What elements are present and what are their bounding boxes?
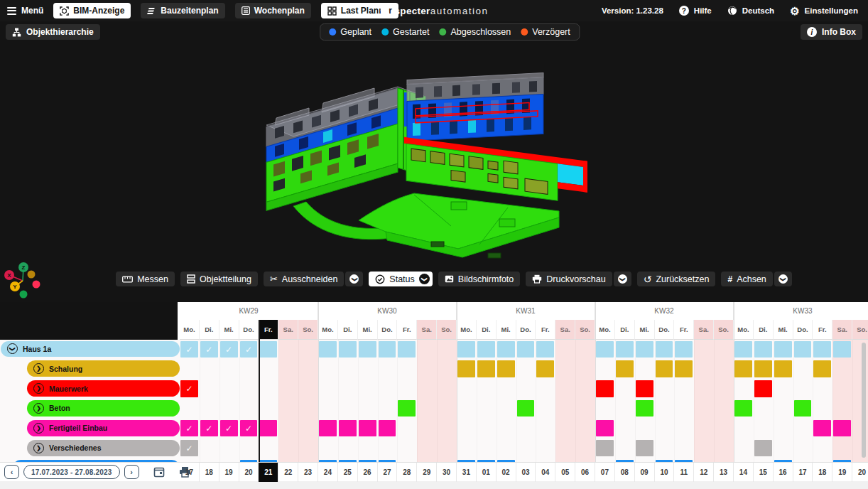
- gantt-cell[interactable]: [754, 440, 772, 456]
- gantt-cell[interactable]: [497, 360, 515, 377]
- gantt-cell[interactable]: [339, 420, 357, 436]
- tool-button-bildschirmfoto[interactable]: Bildschirmfoto: [438, 272, 521, 286]
- gantt-cell[interactable]: [359, 341, 376, 358]
- gantt-cell[interactable]: [477, 360, 495, 377]
- gantt-cell[interactable]: [339, 341, 357, 358]
- help-button[interactable]: ? Hilfe: [679, 6, 712, 16]
- gantt-cell[interactable]: [734, 341, 752, 358]
- tab-wochenplan[interactable]: Wochenplan: [235, 3, 311, 18]
- gantt-cell[interactable]: [794, 341, 812, 358]
- gantt-cell[interactable]: [259, 420, 277, 436]
- gantt-cell[interactable]: [774, 360, 792, 377]
- gantt-cell[interactable]: [319, 341, 337, 358]
- gantt-cell[interactable]: [616, 341, 634, 358]
- tool-button-zurcksetzen[interactable]: ↺Zurücksetzen: [637, 272, 716, 286]
- tool-dropdown-ausschneiden[interactable]: ❯: [345, 272, 363, 286]
- gantt-cell[interactable]: ✓: [180, 341, 198, 358]
- date-range-field[interactable]: 17.07.2023 - 27.08.2023: [23, 465, 120, 479]
- info-box-button[interactable]: i Info Box: [801, 24, 862, 40]
- chevron-right-icon[interactable]: ❯: [33, 443, 44, 453]
- gantt-cell[interactable]: [536, 360, 554, 377]
- gantt-cell[interactable]: [754, 341, 772, 358]
- gantt-cell[interactable]: ✓: [180, 420, 198, 436]
- gantt-cell[interactable]: [596, 420, 614, 436]
- gantt-cell[interactable]: [536, 341, 554, 358]
- chevron-right-icon[interactable]: ❯: [33, 383, 44, 394]
- task-pill-fertigteil-einbau[interactable]: ❯Fertigteil Einbau: [27, 420, 180, 436]
- gantt-cell[interactable]: [596, 341, 614, 358]
- task-pill-mauerwerk[interactable]: ❯Mauerwerk: [27, 380, 180, 397]
- gantt-cell[interactable]: [754, 380, 772, 397]
- next-period-button[interactable]: ›: [124, 465, 139, 479]
- gantt-cell[interactable]: [517, 400, 535, 417]
- gantt-cell[interactable]: [477, 341, 495, 358]
- chevron-right-icon[interactable]: ❯: [33, 423, 44, 434]
- gantt-cell[interactable]: [596, 440, 614, 456]
- gantt-cell[interactable]: [675, 360, 693, 377]
- gantt-cell[interactable]: ✓: [180, 440, 198, 456]
- gantt-cell[interactable]: [774, 341, 792, 358]
- gantt-cell[interactable]: [813, 360, 831, 377]
- gantt-cell[interactable]: [398, 341, 416, 358]
- chevron-down-icon[interactable]: ❯: [419, 274, 430, 284]
- gantt-cell[interactable]: [636, 440, 653, 456]
- menu-button[interactable]: Menü: [7, 6, 43, 16]
- object-hierarchy-button[interactable]: Objekthierarchie: [6, 24, 100, 40]
- gantt-cell[interactable]: [734, 400, 752, 417]
- gantt-cell[interactable]: [457, 360, 475, 377]
- tool-button-ausschneiden[interactable]: ✂Ausschneiden: [264, 272, 344, 286]
- bim-3d-viewport[interactable]: Objekthierarchie GeplantGestartetAbgesch…: [0, 21, 868, 302]
- tool-dropdown-druckvorschau[interactable]: ❯: [614, 272, 631, 286]
- gantt-cell[interactable]: ✓: [240, 420, 258, 436]
- gantt-cell[interactable]: ✓: [200, 420, 218, 436]
- tool-button-achsen[interactable]: #Achsen: [721, 272, 772, 286]
- tool-button-druckvorschau[interactable]: Druckvorschau: [526, 272, 612, 286]
- calendar-button[interactable]: [153, 466, 165, 478]
- horizontal-scrollbar-track[interactable]: [0, 481, 868, 489]
- gantt-cell[interactable]: [656, 360, 673, 377]
- gantt-cell[interactable]: [379, 420, 396, 436]
- gantt-cell[interactable]: [636, 400, 653, 417]
- gantt-cell[interactable]: ✓: [240, 341, 258, 358]
- task-pill-haus-1a[interactable]: ❯Haus 1a: [1, 341, 180, 358]
- gantt-cell[interactable]: [734, 360, 752, 377]
- vertical-scrollbar[interactable]: [862, 343, 866, 458]
- gantt-cell[interactable]: [833, 420, 851, 436]
- gantt-cell[interactable]: [616, 360, 634, 377]
- gantt-cell[interactable]: ✓: [180, 380, 198, 397]
- tool-button-objektteilung[interactable]: Objektteilung: [180, 272, 258, 286]
- gantt-cell[interactable]: [833, 341, 851, 358]
- gantt-cell[interactable]: [636, 341, 653, 358]
- tab-bauzeitenplan[interactable]: Bauzeitenplan: [141, 3, 224, 18]
- chevron-down-icon[interactable]: ❯: [7, 343, 18, 354]
- gantt-cell[interactable]: [319, 420, 337, 436]
- gantt-cell[interactable]: [359, 420, 376, 436]
- gantt-cell[interactable]: ✓: [200, 341, 218, 358]
- tool-dropdown-achsen[interactable]: ❯: [774, 272, 792, 286]
- prev-period-button[interactable]: ‹: [4, 465, 19, 479]
- gantt-cell[interactable]: [813, 341, 831, 358]
- gantt-cell[interactable]: ✓: [220, 341, 238, 358]
- language-button[interactable]: Deutsch: [727, 6, 774, 16]
- gantt-cell[interactable]: ✓: [220, 420, 238, 436]
- chevron-right-icon[interactable]: ❯: [33, 363, 44, 374]
- gantt-cell[interactable]: [457, 341, 475, 358]
- task-pill-verschiedenes[interactable]: ❯Verschiedenes: [27, 440, 180, 456]
- task-pill-beton[interactable]: ❯Beton: [27, 400, 180, 417]
- gantt-cell[interactable]: [656, 341, 673, 358]
- gantt-cell[interactable]: [517, 341, 535, 358]
- task-pill-schalung[interactable]: ❯Schalung: [27, 360, 180, 377]
- gantt-cell[interactable]: [259, 341, 277, 358]
- gantt-cell[interactable]: [675, 341, 693, 358]
- gantt-cell[interactable]: [813, 420, 831, 436]
- chevron-right-icon[interactable]: ❯: [33, 403, 44, 414]
- gantt-cell[interactable]: [794, 400, 812, 417]
- gantt-cell[interactable]: [398, 400, 416, 417]
- gantt-cell[interactable]: [596, 380, 614, 397]
- gantt-cell[interactable]: [379, 341, 396, 358]
- gantt-cell[interactable]: [754, 360, 772, 377]
- tool-button-status[interactable]: Status❯: [369, 272, 432, 286]
- gantt-cell[interactable]: [636, 380, 653, 397]
- settings-button[interactable]: ⚙ Einstellungen: [790, 6, 858, 16]
- building-model[interactable]: [238, 55, 611, 269]
